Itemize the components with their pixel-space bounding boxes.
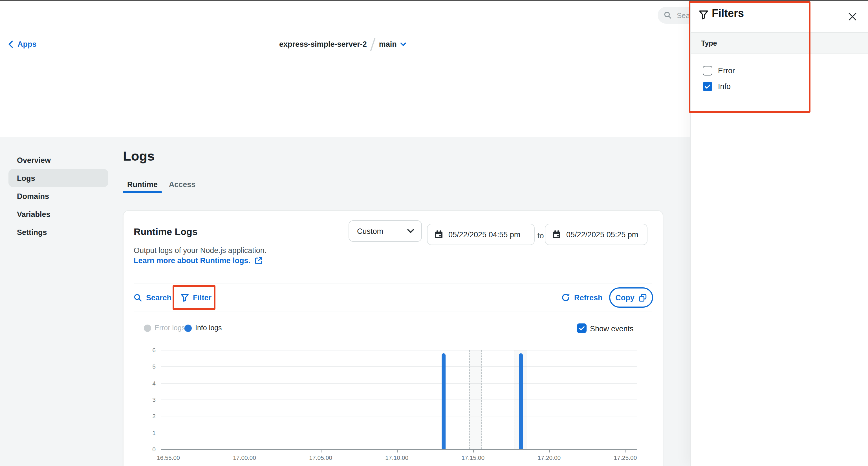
y-axis-tick-label: 4 [134,379,156,386]
info-checkbox[interactable] [703,82,712,91]
chevron-left-icon [8,40,13,48]
search-button-label: Search [146,293,172,302]
card-divider [134,311,652,312]
x-axis-tick-label: 17:15:00 [451,454,495,461]
date-to-value: 05/22/2025 05:25 pm [566,230,638,239]
chart-gridline [161,367,637,367]
x-axis-tick [168,449,169,453]
chart-bar [442,353,446,449]
info-checkbox-label: Info [718,82,731,91]
app-window: Sea Apps express-simple-server-2 main [0,0,868,466]
breadcrumb: express-simple-server-2 main [279,30,406,59]
x-axis-tick [549,449,550,453]
chevron-down-icon [407,229,414,233]
sidebar-item-variables[interactable]: Variables [8,205,108,223]
branch-selector[interactable]: main [379,40,406,48]
legend-error-label[interactable]: Error logs [155,324,185,332]
filter-funnel-icon [699,10,708,20]
date-to-input[interactable]: 05/22/2025 05:25 pm [545,224,648,245]
date-from-input[interactable]: 05/22/2025 04:55 pm [427,224,535,245]
search-placeholder: Sea [677,11,690,20]
x-axis-tick [397,449,398,453]
legend-error-dot[interactable] [144,325,151,332]
logs-tabs: Runtime Access [123,177,195,192]
x-axis-tick-label: 16:55:00 [146,454,191,461]
y-axis-tick-label: 3 [134,396,156,403]
time-range-select[interactable]: Custom [348,220,422,242]
external-link-icon [254,256,263,265]
legend-info-label[interactable]: Info logs [195,324,222,332]
sidebar-item-settings[interactable]: Settings [8,223,108,241]
calendar-icon [552,230,561,239]
chart-gridline [161,350,637,351]
chevron-down-icon [401,42,406,46]
time-range-selected-value: Custom [357,227,383,235]
screen-top-edge [0,0,868,1]
show-events-checkbox[interactable] [577,324,587,333]
chart-gridline [161,432,637,433]
chart-gridline [161,383,637,384]
tab-access[interactable]: Access [169,177,195,192]
calendar-icon [434,230,443,239]
event-marker-band [469,350,482,449]
page-title: Logs [123,149,155,164]
y-axis-tick-label: 0 [134,446,156,453]
filters-panel: Filters Type Error Info [690,0,868,466]
environment-sidebar: Overview Logs Domains Variables Settings [8,151,108,241]
y-axis-tick-label: 1 [134,429,156,436]
filter-button-label: Filter [193,293,212,302]
runtime-logs-title: Runtime Logs [134,227,198,238]
sidebar-item-overview[interactable]: Overview [8,151,108,169]
event-marker-line [478,350,478,449]
filter-funnel-icon [181,293,189,302]
branch-label: main [379,40,397,48]
filters-panel-title: Filters [712,7,744,20]
tab-runtime[interactable]: Runtime [123,177,162,192]
sidebar-item-domains[interactable]: Domains [8,187,108,205]
refresh-icon [561,293,570,302]
filters-section-header: Type [691,32,868,54]
date-from-value: 05/22/2025 04:55 pm [448,230,520,239]
search-icon [134,293,142,302]
back-to-apps-link[interactable]: Apps [8,30,37,59]
x-axis-tick-label: 17:10:00 [374,454,419,461]
chart-gridline [161,400,637,400]
runtime-logs-chart: 012345616:55:0017:00:0017:05:0017:10:001… [134,341,647,466]
active-tab-indicator [123,191,162,193]
x-axis-tick-label: 17:20:00 [527,454,571,461]
y-axis-tick-label: 5 [134,363,156,370]
breadcrumb-app-name: express-simple-server-2 [279,40,367,48]
runtime-logs-description: Output logs of your Node.js application. [134,246,267,255]
learn-more-label: Learn more about Runtime logs. [134,256,250,265]
chart-gridline [161,416,637,417]
x-axis-tick-label: 17:05:00 [298,454,343,461]
refresh-button[interactable]: Refresh [561,292,602,303]
copy-icon [639,293,647,302]
x-axis-tick [473,449,474,453]
x-axis-tick-label: 17:25:00 [602,454,648,461]
logs-filter-button[interactable]: Filter [181,292,212,303]
copy-button-label: Copy [615,293,634,302]
card-divider [134,283,652,284]
x-axis-line [161,449,637,450]
x-axis-tick [245,449,245,453]
y-axis-tick-label: 6 [134,346,156,353]
breadcrumb-separator [370,38,375,51]
filter-option-error: Error [703,66,735,75]
x-axis-tick-label: 17:00:00 [222,454,267,461]
back-link-label: Apps [18,40,37,48]
chart-bar [519,353,523,449]
show-events-label: Show events [590,325,634,333]
legend-info-dot[interactable] [184,325,192,332]
logs-search-button[interactable]: Search [134,292,172,303]
y-axis-tick-label: 2 [134,413,156,420]
filters-section-title: Type [691,39,717,47]
sidebar-item-logs[interactable]: Logs [8,169,108,187]
filter-option-info: Info [703,82,731,91]
close-icon[interactable] [846,11,858,22]
learn-more-link[interactable]: Learn more about Runtime logs. [134,256,263,265]
error-checkbox-label: Error [718,66,735,75]
date-range-to-label: to [537,232,544,240]
copy-logs-button[interactable]: Copy [609,287,653,308]
error-checkbox[interactable] [703,66,712,75]
